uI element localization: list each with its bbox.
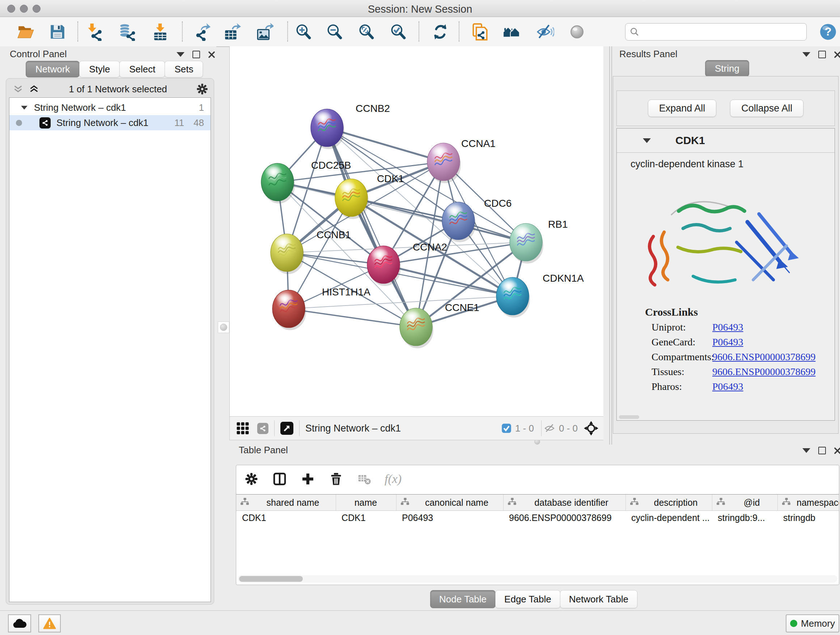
search-box [625, 23, 807, 41]
network-canvas[interactable]: CCNB2CCNA1CDC25BCDK1CDC6RB1CCNB1CCNA2CDK… [229, 46, 604, 416]
network-status-dot [16, 120, 22, 126]
crosslink-row: GeneCard:P06493 [652, 336, 835, 348]
tab-string[interactable]: String [705, 60, 749, 77]
table-scrollbar-thumb[interactable] [239, 576, 303, 582]
crosslink-value-link[interactable]: P06493 [712, 381, 744, 393]
search-input[interactable] [642, 24, 806, 40]
zoom-selected-icon[interactable] [388, 22, 408, 42]
toggle-view-icon[interactable] [567, 22, 587, 42]
export-network-icon[interactable] [192, 22, 211, 42]
network-node-hist1h1a[interactable]: HIST1H1A [272, 287, 370, 330]
column-header--id[interactable]: @id [712, 494, 777, 510]
table-row[interactable]: CDK1CDK1P064939606.ENSP00000378699cyclin… [236, 510, 839, 525]
hidden-count: 0 - 0 [559, 423, 578, 434]
network-node-ccna1[interactable]: CCNA1 [427, 138, 496, 183]
network-collection-row[interactable]: String Network – cdk1 1 [9, 100, 210, 115]
panel-float-icon[interactable] [193, 51, 200, 58]
tree-expander-icon[interactable] [21, 106, 27, 109]
network-node-cdkn1a[interactable]: CDKN1A [496, 272, 584, 318]
tab-node-table[interactable]: Node Table [430, 590, 496, 608]
crosslink-value-link[interactable]: P06493 [712, 336, 744, 348]
node-result-header[interactable]: CDK1 [617, 128, 835, 153]
panel-close-icon[interactable] [208, 51, 215, 58]
results-close-icon[interactable] [834, 51, 840, 58]
tab-select[interactable]: Select [119, 61, 165, 78]
table-float-icon[interactable] [818, 447, 826, 454]
crosslink-value-link[interactable]: 9606.ENSP00000378699 [712, 351, 815, 363]
tab-network-table[interactable]: Network Table [560, 590, 638, 608]
selected-checkbox-icon[interactable] [501, 423, 512, 433]
cell-name[interactable]: CDK1 [336, 510, 396, 525]
tab-network[interactable]: Network [26, 61, 80, 78]
zoom-in-icon[interactable] [294, 22, 313, 42]
table-menu-icon[interactable] [802, 448, 810, 453]
export-table-icon[interactable] [222, 22, 242, 42]
help-icon[interactable]: ? [818, 22, 838, 42]
results-menu-icon[interactable] [802, 52, 810, 57]
crosslink-value-link[interactable]: P06493 [712, 321, 744, 333]
left-splitter-handle[interactable] [218, 321, 229, 333]
network-view-share-icon[interactable] [257, 423, 268, 434]
memory-status-dot [790, 620, 797, 627]
tab-edge-table[interactable]: Edge Table [495, 590, 561, 608]
export-image-icon[interactable] [255, 22, 274, 42]
zoom-out-icon[interactable] [325, 22, 344, 42]
collapse-all-button[interactable]: Collapse All [730, 100, 804, 117]
import-network-database-icon[interactable] [118, 22, 137, 42]
grid-view-icon[interactable] [236, 422, 249, 435]
cell-canonical-name[interactable]: P06493 [396, 510, 503, 525]
column-header-namespace[interactable]: namespace [777, 494, 839, 510]
fit-selected-crosshair-icon[interactable] [584, 421, 599, 436]
collapse-all-icon[interactable] [13, 84, 24, 94]
open-session-icon[interactable] [16, 22, 35, 42]
birds-eye-view-icon[interactable] [280, 422, 294, 435]
results-scrollbar-thumb[interactable] [619, 415, 639, 419]
warnings-button[interactable] [38, 614, 61, 632]
memory-label: Memory [801, 618, 835, 629]
column-header-shared-name[interactable]: shared name [236, 494, 336, 510]
memory-button[interactable]: Memory [786, 614, 839, 632]
network-row-selected[interactable]: String Network – cdk1 11 48 [9, 115, 210, 130]
show-columns-icon[interactable] [272, 471, 287, 487]
toolbar-separator [418, 21, 419, 42]
column-header-database-identifier[interactable]: database identifier [503, 494, 625, 510]
table-close-icon[interactable] [834, 447, 840, 454]
home-networks-icon[interactable] [502, 22, 522, 42]
panel-menu-icon[interactable] [177, 52, 185, 57]
results-float-icon[interactable] [818, 51, 826, 58]
refresh-icon[interactable] [431, 22, 450, 42]
expand-all-icon[interactable] [28, 84, 39, 94]
collapse-entry-icon[interactable] [643, 138, 651, 143]
crosslink-value-link[interactable]: 9606.ENSP00000378699 [712, 366, 815, 378]
column-header-description[interactable]: description [625, 494, 712, 510]
network-options-gear-icon[interactable] [196, 83, 208, 95]
table-panel-title: Table Panel [239, 445, 288, 456]
network-edge[interactable] [289, 309, 416, 327]
hide-unhide-icon[interactable] [535, 22, 555, 42]
zoom-fit-icon[interactable] [357, 22, 376, 42]
cell--id[interactable]: stringdb:9... [712, 510, 777, 525]
tab-sets[interactable]: Sets [164, 61, 203, 78]
cell-namespace[interactable]: stringdb [777, 510, 839, 525]
cloud-button[interactable] [8, 614, 31, 632]
save-session-icon[interactable] [48, 22, 67, 42]
cell-database-identifier[interactable]: 9606.ENSP00000378699 [503, 510, 625, 525]
delete-column-trash-icon[interactable] [328, 471, 344, 487]
table-horizontal-scrollbar [238, 575, 837, 583]
cell-shared-name[interactable]: CDK1 [236, 510, 336, 525]
network-node-cdk1[interactable]: CDK1 [335, 173, 404, 219]
column-header-name[interactable]: name [336, 494, 396, 510]
window-title: Session: New Session [0, 3, 840, 15]
tab-style[interactable]: Style [79, 61, 120, 78]
network-node-rb1[interactable]: RB1 [510, 219, 568, 264]
column-header-canonical-name[interactable]: canonical name [396, 494, 503, 510]
copy-share-document-icon[interactable] [470, 22, 490, 42]
cell-description[interactable]: cyclin-dependent ... [625, 510, 712, 525]
expand-all-button[interactable]: Expand All [648, 100, 717, 117]
add-column-icon[interactable] [300, 471, 316, 487]
table-options-gear-icon[interactable] [243, 471, 259, 487]
network-list-container: 1 of 1 Network selected String Network –… [6, 78, 214, 605]
import-table-icon[interactable] [150, 22, 170, 42]
network-edge[interactable] [327, 128, 444, 162]
import-network-file-icon[interactable] [85, 22, 104, 42]
